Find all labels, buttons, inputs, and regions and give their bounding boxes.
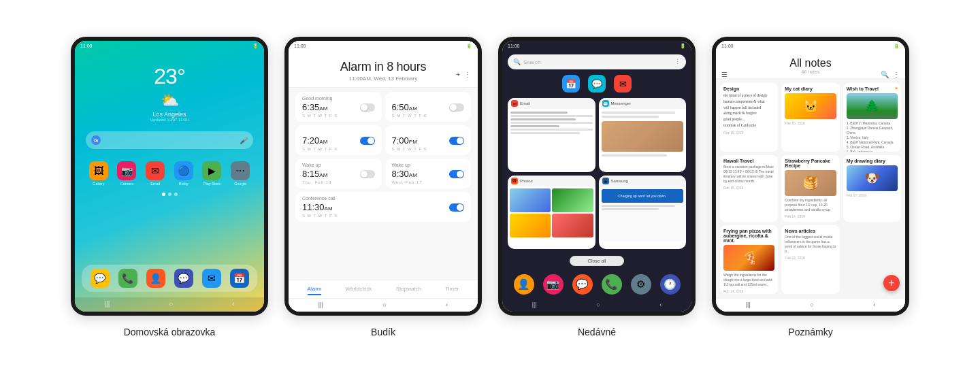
recent-dock-clock[interactable]: 🕐	[660, 274, 681, 295]
dock-phone[interactable]: 📞	[115, 269, 140, 288]
alarm-toggle-4[interactable]	[360, 170, 375, 178]
tab-worldclock[interactable]: Worldclock	[346, 286, 372, 295]
note-frying[interactable]: Frying pan pizza with aubergine, ricotta…	[720, 225, 778, 294]
recent-app-email[interactable]: ✉	[614, 75, 632, 93]
alarm-item-0[interactable]: Good morning 6:35AM S M T W T F S	[295, 92, 382, 122]
recent-card-samsung[interactable]: 📱 Samsung Charging up won't let you down…	[599, 176, 687, 250]
note-design[interactable]: Design the mind of a piece of design hum…	[720, 83, 778, 152]
alarm-item-3[interactable]: 7:00PM S M T W T F S	[385, 125, 472, 155]
alarm-item-top-5: 8:30AM	[392, 169, 465, 179]
alarm-days-2: S M T W T F S	[302, 147, 375, 151]
photo-2	[552, 188, 593, 212]
recent-dock-contacts[interactable]: 👤	[514, 274, 534, 295]
alarm-toggle-3[interactable]	[449, 137, 464, 145]
note-cat-diary[interactable]: My cat diary 🐱 Feb 16, 2019	[781, 83, 839, 152]
recent-app-chat[interactable]: 💬	[588, 75, 606, 93]
note-news-date: Feb 24, 2019	[785, 256, 836, 260]
tab-alarm[interactable]: Alarm	[308, 286, 322, 295]
recent-card-email[interactable]: ✉ Email	[508, 98, 595, 172]
close-all-button[interactable]: Close all	[570, 256, 624, 266]
nav-back[interactable]: ‹	[232, 300, 234, 308]
alarm-toggle-6[interactable]	[449, 203, 464, 212]
notes-nav-menu[interactable]: |||	[746, 301, 751, 308]
alarm-toggle-0[interactable]	[360, 103, 375, 112]
devices-row: 11:00 🔋 23° ⛅ Los Angeles Updated 13/07 …	[14, 37, 966, 337]
dock-contacts[interactable]: 👤	[143, 269, 168, 288]
note-hawaii[interactable]: Hawaii Travel Book a vacation package to…	[720, 155, 778, 222]
alarm-toggle-2[interactable]	[360, 137, 375, 145]
app-bixby-label: Bixby	[179, 182, 188, 186]
recent-dock-camera[interactable]: 📷	[543, 274, 564, 295]
recent-dock-phone[interactable]: 📞	[602, 274, 622, 295]
app-email[interactable]: ✉ Email	[142, 161, 168, 186]
line-7	[510, 132, 580, 134]
recent-card-photos-header: 🖼 Photos	[508, 176, 595, 186]
dock-notes[interactable]: ✉	[199, 269, 224, 288]
tab-stopwatch[interactable]: Stopwatch	[396, 286, 421, 295]
alarm-item-4[interactable]: Wake up 8:15AM Thu, Feb 19	[295, 159, 382, 188]
note-wish-travel[interactable]: ★ Wish to Travel 🌲 1. Banff in Manitoba,…	[843, 83, 901, 152]
dock-messages[interactable]: 💬	[87, 269, 112, 288]
notes-search-icon[interactable]: 🔍	[881, 71, 889, 78]
recent-app-calendar[interactable]: 📅	[562, 75, 580, 93]
notes-menu-icon[interactable]: ⋮	[893, 71, 900, 78]
recent-card-photos[interactable]: 🖼 Photos	[508, 176, 595, 250]
app-gallery[interactable]: 🖼 Gallery	[86, 161, 112, 186]
msg-line-2	[602, 116, 659, 118]
note-travel-text: 1. Banff in Manitoba, Canada 2. Zhangjia…	[847, 121, 898, 152]
alarm-toggle-1[interactable]	[449, 103, 464, 112]
alarm-item-1[interactable]: 6:50AM S M T W T F S	[385, 92, 472, 122]
alarm-item-5[interactable]: Wake up 8:30AM Wed, Feb 17	[385, 159, 472, 188]
home-temperature: 23°	[154, 64, 184, 89]
recent-card-messenger[interactable]: 💬 Messenger	[599, 98, 687, 172]
alarm-label-5: Wake up	[392, 163, 465, 167]
recent-nav-home[interactable]: ○	[596, 301, 600, 308]
app-playstore[interactable]: ▶ Play Store	[199, 161, 225, 186]
recent-status-bar: 11:00 🔋	[502, 41, 691, 52]
alarm-list: Good morning 6:35AM S M T W T F S 6:50AM	[289, 88, 478, 280]
app-playstore-icon: ▶	[202, 161, 221, 180]
screen-home: 11:00 🔋 23° ⛅ Los Angeles Updated 13/07 …	[75, 41, 264, 312]
note-news[interactable]: News articles One of the biggest social …	[781, 225, 839, 294]
recent-card-photos-icon: 🖼	[511, 178, 518, 184]
recent-card-samsung-body: Charging up won't let you down.	[599, 186, 687, 241]
alarm-item-6[interactable]: Conference call 11:30AM S M T W T F S	[295, 192, 471, 222]
alarm-nav-menu[interactable]: |||	[318, 301, 323, 308]
alarm-item-2[interactable]: 7:20AM S M T W T F S	[295, 125, 382, 155]
recent-nav-back[interactable]: ‹	[659, 301, 662, 308]
alarm-menu-icon[interactable]: ⋮	[464, 71, 471, 78]
nav-home[interactable]: ○	[169, 300, 173, 308]
screen-notes: 11:00 🔋 ☰ All notes 46 notes 🔍 ⋮	[716, 41, 905, 312]
notes-fab-button[interactable]: +	[883, 275, 900, 291]
app-google[interactable]: ⋯ Google	[227, 161, 253, 186]
dock-chat[interactable]: 💬	[171, 269, 196, 288]
nav-menu[interactable]: |||	[104, 300, 110, 308]
alarm-toggle-5[interactable]	[449, 170, 464, 178]
line-5	[510, 125, 559, 127]
recent-card-messenger-body	[599, 109, 687, 163]
tab-timer[interactable]: Timer	[445, 286, 459, 295]
dock-calendar[interactable]: 📅	[227, 269, 252, 288]
alarm-nav-home[interactable]: ○	[382, 301, 386, 308]
recent-menu-icon[interactable]: ⋮	[674, 59, 681, 65]
app-camera[interactable]: 📷 Camera	[114, 161, 140, 186]
note-drawing[interactable]: My drawing diary 🐶 Feb 27, 2019	[843, 155, 901, 222]
note-pancake[interactable]: Strawberry Pancake Recipe 🥞 Combine dry …	[781, 155, 839, 222]
alarm-add-icon[interactable]: +	[456, 71, 460, 78]
recent-nav-menu[interactable]: |||	[532, 301, 537, 308]
recent-dock-settings[interactable]: ⚙	[631, 274, 651, 295]
alarm-subtitle: 11:00AM, Wed, 13 February	[295, 76, 471, 82]
home-search-bar[interactable]: G 🎤	[86, 131, 253, 149]
dock-phone-icon: 📞	[118, 269, 137, 288]
recent-card-email-title: Email	[520, 101, 530, 105]
recent-search-bar[interactable]: 🔍 Search ⋮	[508, 54, 686, 69]
alarm-nav-back[interactable]: ‹	[446, 301, 448, 308]
recent-dock: 👤 📷 💬 📞 ⚙ 🕐	[502, 270, 691, 299]
notes-nav-home[interactable]: ○	[810, 301, 813, 308]
notes-header-left-icon[interactable]: ☰	[721, 71, 728, 78]
dot-2	[168, 193, 172, 196]
notes-nav-back[interactable]: ‹	[873, 301, 875, 308]
home-status-bar: 11:00 🔋	[75, 41, 264, 52]
app-bixby[interactable]: 🔵 Bixby	[171, 161, 197, 186]
recent-dock-messages[interactable]: 💬	[572, 274, 593, 295]
